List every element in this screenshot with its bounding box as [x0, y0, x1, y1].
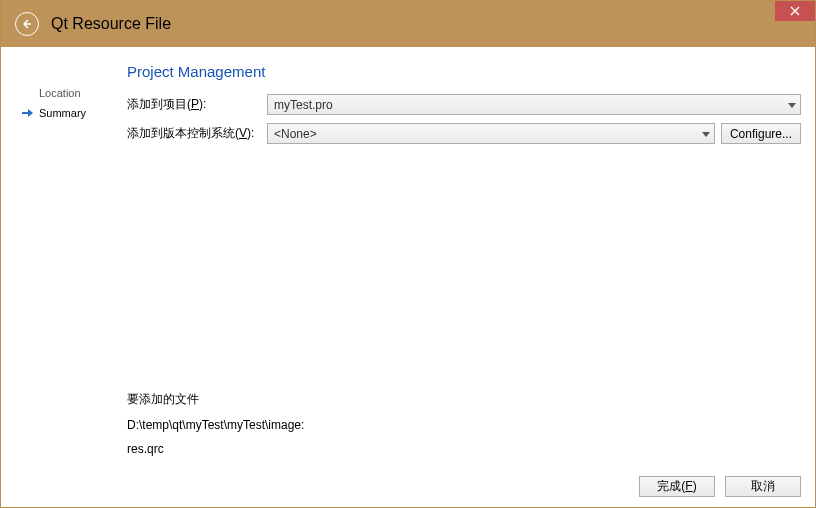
combo-value: <None> — [274, 127, 317, 141]
files-heading: 要添加的文件 — [127, 391, 801, 408]
titlebar: Qt Resource File — [1, 1, 815, 47]
content-area: Location Summary Project Management — [1, 47, 815, 507]
chevron-down-icon — [702, 127, 710, 141]
window-title: Qt Resource File — [51, 15, 171, 33]
files-to-add: 要添加的文件 D:\temp\qt\myTest\myTest\image: r… — [127, 391, 801, 466]
back-button[interactable] — [15, 12, 39, 36]
current-step-arrow-icon — [21, 108, 39, 118]
button-label: 取消 — [751, 478, 775, 495]
files-path: D:\temp\qt\myTest\myTest\image: — [127, 418, 801, 432]
combo-value: myTest.pro — [274, 98, 333, 112]
window-frame: Qt Resource File Location — [0, 0, 816, 508]
combo-add-to-project[interactable]: myTest.pro — [267, 94, 801, 115]
page-heading: Project Management — [127, 63, 801, 80]
row-add-to-vcs: 添加到版本控制系统(V): <None> Configure... — [127, 123, 801, 144]
cancel-button[interactable]: 取消 — [725, 476, 801, 497]
sidebar-item-location[interactable]: Location — [15, 83, 127, 103]
sidebar: Location Summary — [15, 63, 127, 466]
close-icon — [790, 6, 800, 16]
button-label: 完成(F) — [657, 478, 696, 495]
back-arrow-icon — [21, 18, 33, 30]
chevron-down-icon — [788, 98, 796, 112]
right-pane: Project Management 添加到项目(P): myTest.pro — [127, 63, 801, 466]
configure-button[interactable]: Configure... — [721, 123, 801, 144]
button-label: Configure... — [730, 127, 792, 141]
row-add-to-project: 添加到项目(P): myTest.pro — [127, 94, 801, 115]
sidebar-item-label: Location — [39, 87, 81, 99]
sidebar-item-summary[interactable]: Summary — [15, 103, 127, 123]
footer: 完成(F) 取消 — [15, 466, 801, 497]
sidebar-item-label: Summary — [39, 107, 86, 119]
finish-button[interactable]: 完成(F) — [639, 476, 715, 497]
label-add-to-project: 添加到项目(P): — [127, 96, 267, 113]
combo-add-to-vcs[interactable]: <None> — [267, 123, 715, 144]
files-list: res.qrc — [127, 442, 801, 456]
label-add-to-vcs: 添加到版本控制系统(V): — [127, 125, 267, 142]
close-button[interactable] — [775, 1, 815, 21]
